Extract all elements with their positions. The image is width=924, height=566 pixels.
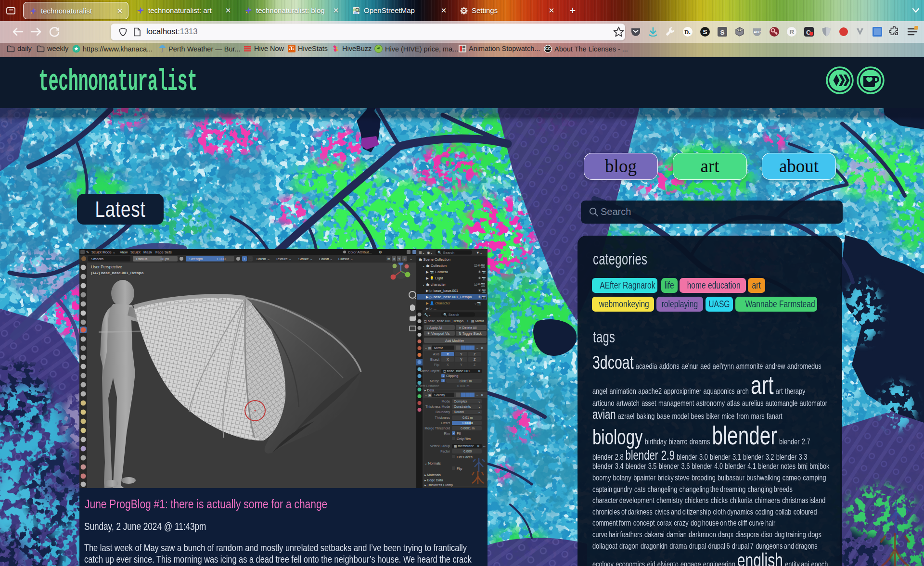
svg-text:⌄: ⌄	[478, 410, 481, 414]
svg-text:☑👁📷: ☑👁📷	[474, 264, 486, 268]
svg-text:▸ Materials: ▸ Materials	[424, 473, 441, 477]
svg-text:🔍 Search: 🔍 Search	[437, 251, 454, 255]
svg-text:▸ Edge Data: ▸ Edge Data	[424, 478, 443, 482]
svg-text:⌄ 🖿 character: ⌄ 🖿 character	[422, 282, 446, 287]
svg-text:Solidify: Solidify	[434, 393, 445, 397]
svg-text:Rim: Rim	[444, 432, 450, 435]
svg-text:⌄ ▤: ⌄ ▤	[424, 346, 431, 350]
svg-text:▤ Mirror: ▤ Mirror	[471, 319, 485, 323]
svg-text:Smooth: Smooth	[91, 257, 103, 261]
svg-text:Y: Y	[398, 257, 401, 261]
svg-text:38 px: 38 px	[160, 257, 169, 261]
svg-text:⌄: ⌄	[476, 346, 479, 350]
svg-text:☑👁📷: ☑👁📷	[474, 282, 486, 287]
svg-text:+: +	[244, 257, 246, 261]
svg-text:▸ Thickness Clamp: ▸ Thickness Clamp	[424, 483, 453, 487]
svg-text:▼⌄: ▼⌄	[476, 251, 483, 255]
svg-text:▸ Data: ▸ Data	[424, 389, 434, 392]
svg-text:D.: D.	[684, 28, 691, 36]
svg-text:Brush ⌄: Brush ⌄	[257, 257, 270, 261]
svg-text:◉⌄: ◉⌄	[427, 251, 433, 255]
svg-text:Constraints: Constraints	[454, 405, 471, 408]
svg-text:⌄ 🖿 Collection: ⌄ 🖿 Collection	[422, 264, 447, 268]
svg-text:Falloff ⌄: Falloff ⌄	[319, 257, 333, 261]
svg-text:R: R	[790, 28, 795, 36]
svg-text:⌄: ⌄	[476, 393, 479, 397]
svg-text:Bisect: Bisect	[430, 358, 439, 361]
svg-text:X: X	[447, 352, 449, 356]
svg-text:Color Attribut...: Color Attribut...	[348, 250, 372, 254]
svg-text:1.000: 1.000	[217, 257, 226, 261]
svg-text:Boundary: Boundary	[436, 410, 450, 414]
svg-text:Y: Y	[460, 352, 462, 356]
svg-text:X: X	[393, 257, 396, 261]
svg-text:✕: ✕	[481, 393, 484, 397]
svg-text:✎: ✎	[86, 250, 89, 254]
svg-text:Round: Round	[454, 410, 464, 414]
svg-text:ABP: ABP	[754, 30, 761, 34]
svg-text:Cursor ⌄: Cursor ⌄	[338, 257, 353, 261]
svg-text:(147) base_base.001_Retopo: (147) base_base.001_Retopo	[91, 271, 144, 275]
svg-text:▶ ▷ ...: ▶ ▷ ...	[426, 306, 436, 311]
svg-text:⌄ ▣: ⌄ ▣	[424, 393, 431, 397]
svg-text:Merge Threshold: Merge Threshold	[424, 427, 450, 430]
svg-text:🔍 Search: 🔍 Search	[443, 313, 459, 317]
svg-text:🖿 Scene Collection: 🖿 Scene Collection	[419, 257, 450, 262]
svg-text:⌄: ⌄	[478, 405, 481, 408]
svg-text:⌄📷: ⌄📷	[474, 301, 482, 305]
svg-text:Face Sets: Face Sets	[155, 250, 172, 254]
svg-text:Mode: Mode	[441, 400, 450, 403]
svg-text:Only Rim: Only Rim	[457, 437, 471, 441]
svg-text:✕ Delete All: ✕ Delete All	[459, 326, 477, 329]
svg-text:Thickness: Thickness	[435, 416, 450, 419]
svg-text:Sculpt: Sculpt	[130, 250, 141, 254]
svg-text:Offset: Offset	[441, 421, 450, 425]
svg-text:User Perspective: User Perspective	[91, 264, 122, 269]
svg-text:Factor: Factor	[440, 450, 450, 453]
svg-text:✓: ✓	[453, 432, 455, 435]
svg-text:⌄: ⌄	[410, 257, 412, 261]
svg-text:CC: CC	[545, 47, 551, 51]
svg-text:Fill: Fill	[457, 432, 461, 435]
svg-text:▶ ▷ base_base.001: ▶ ▷ base_base.001	[426, 289, 458, 293]
svg-text:⌄ Normals: ⌄ Normals	[424, 462, 441, 465]
svg-text:Stroke ⌄: Stroke ⌄	[298, 257, 313, 261]
svg-text:✓: ✓	[442, 379, 445, 382]
svg-text:Z: Z	[474, 363, 476, 366]
svg-text:Z: Z	[474, 358, 476, 361]
svg-text:◻ base_base.001: ◻ base_base.001	[443, 369, 470, 373]
svg-text:⇅ Toggle Stack: ⇅ Toggle Stack	[459, 332, 482, 336]
svg-text:Z: Z	[404, 257, 406, 261]
svg-text:Vertex Group: Vertex Group	[430, 444, 450, 448]
svg-text:Y: Y	[460, 363, 462, 366]
svg-text:👁📷: 👁📷	[478, 295, 487, 299]
svg-text:Merge: Merge	[430, 379, 439, 383]
svg-text:0.001 m: 0.001 m	[457, 384, 469, 388]
svg-text:👁 Viewport Vis: 👁 Viewport Vis	[427, 332, 450, 336]
svg-text:Add Modifier: Add Modifier	[445, 339, 464, 342]
svg-text:☰⌄: ☰⌄	[419, 251, 425, 255]
svg-text:↔: ↔	[483, 444, 486, 448]
svg-text:👁📷: 👁📷	[478, 289, 487, 293]
svg-text:0.001 m: 0.001 m	[460, 379, 472, 383]
svg-text:Flip: Flip	[457, 467, 462, 471]
svg-text:Complex: Complex	[454, 400, 467, 403]
svg-text:Mask: Mask	[143, 250, 152, 254]
svg-text:Sculpt Mode ⌄: Sculpt Mode ⌄	[91, 250, 116, 254]
svg-text:0.000: 0.000	[463, 450, 472, 453]
svg-text:✕: ✕	[481, 346, 484, 350]
svg-text:👁📷: 👁📷	[478, 276, 487, 280]
svg-text:−: −	[249, 257, 252, 261]
svg-text:▶ 👤 character: ▶ 👤 character	[426, 301, 450, 305]
svg-text:Y: Y	[460, 358, 462, 361]
svg-text:✓: ✓	[442, 375, 445, 377]
svg-text:▦ membrane: ▦ membrane	[454, 444, 474, 448]
svg-text:View: View	[120, 250, 128, 254]
svg-text:Radius: Radius	[136, 257, 148, 261]
svg-text:X: X	[447, 358, 449, 361]
svg-text:✕: ✕	[477, 444, 480, 448]
svg-text:▶ ▷ base_base.001_Retopo: ▶ ▷ base_base.001_Retopo	[426, 295, 472, 299]
svg-text:S: S	[703, 28, 707, 36]
svg-text:🔧⌄: 🔧⌄	[424, 313, 431, 317]
svg-text:0.0001 m: 0.0001 m	[461, 427, 475, 430]
